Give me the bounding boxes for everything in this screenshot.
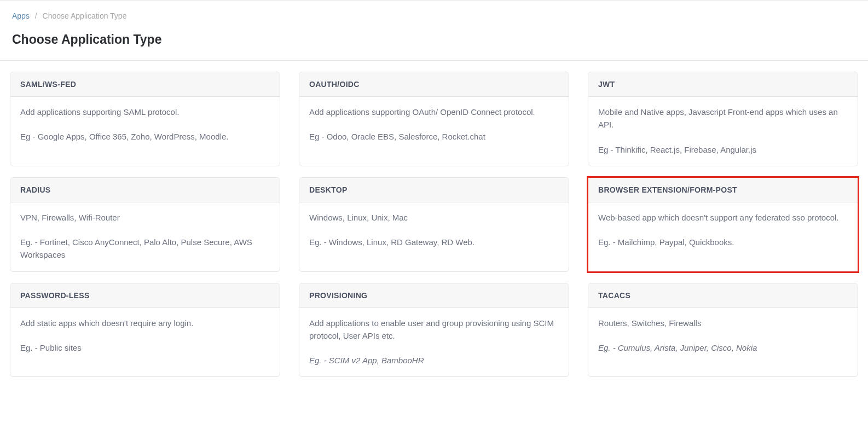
card-desc: Mobile and Native apps, Javascript Front… — [598, 106, 848, 131]
card-provisioning[interactable]: PROVISIONING Add applications to enable … — [299, 283, 569, 378]
card-desc: Add applications to enable user and grou… — [309, 317, 559, 343]
card-header: RADIUS — [10, 178, 280, 202]
card-browser-extension-form-post[interactable]: BROWSER EXTENSION/FORM-POST Web-based ap… — [588, 177, 858, 272]
card-desc: Windows, Linux, Unix, Mac — [309, 211, 559, 224]
breadcrumb-apps-link[interactable]: Apps — [12, 11, 30, 20]
app-type-grid: SAML/WS-FED Add applications supporting … — [0, 61, 868, 382]
card-header: PROVISIONING — [299, 283, 569, 308]
card-desc: Web-based app which doesn't support any … — [598, 211, 848, 224]
card-eg: Eg. - Mailchimp, Paypal, Quickbooks. — [598, 236, 848, 248]
breadcrumb: Apps / Choose Application Type — [0, 0, 868, 26]
card-eg: Eg - Thinkific, React.js, Firebase, Angu… — [598, 143, 848, 156]
card-header: JWT — [588, 72, 858, 97]
card-tacacs[interactable]: TACACS Routers, Switches, Firewalls Eg. … — [588, 283, 858, 378]
card-eg: Eg. - Windows, Linux, RD Gateway, RD Web… — [309, 236, 559, 248]
card-header: BROWSER EXTENSION/FORM-POST — [588, 178, 858, 202]
card-desc: VPN, Firewalls, Wifi-Router — [20, 211, 270, 224]
card-jwt[interactable]: JWT Mobile and Native apps, Javascript F… — [588, 72, 858, 166]
card-eg: Eg - Odoo, Oracle EBS, Salesforce, Rocke… — [309, 130, 559, 143]
card-desc: Add applications supporting SAML protoco… — [20, 106, 270, 118]
page-title: Choose Application Type — [0, 26, 868, 61]
card-header: SAML/WS-FED — [10, 72, 280, 97]
breadcrumb-current: Choose Application Type — [43, 11, 127, 20]
card-desc: Add applications supporting OAuth/ OpenI… — [309, 106, 559, 118]
card-header: PASSWORD-LESS — [10, 283, 280, 308]
card-desc: Routers, Switches, Firewalls — [598, 317, 848, 329]
card-desc: Add static apps which doesn't require an… — [20, 317, 270, 329]
card-desktop[interactable]: DESKTOP Windows, Linux, Unix, Mac Eg. - … — [299, 177, 569, 272]
card-header: TACACS — [588, 283, 858, 308]
card-eg: Eg. - SCIM v2 App, BambooHR — [309, 354, 559, 367]
card-oauth-oidc[interactable]: OAUTH/OIDC Add applications supporting O… — [299, 72, 569, 166]
card-radius[interactable]: RADIUS VPN, Firewalls, Wifi-Router Eg. -… — [10, 177, 280, 272]
card-eg: Eg. - Fortinet, Cisco AnyConnect, Palo A… — [20, 236, 270, 262]
card-saml-wsfed[interactable]: SAML/WS-FED Add applications supporting … — [10, 72, 280, 166]
card-password-less[interactable]: PASSWORD-LESS Add static apps which does… — [10, 283, 280, 378]
card-header: DESKTOP — [299, 178, 569, 202]
card-header: OAUTH/OIDC — [299, 72, 569, 97]
breadcrumb-separator: / — [35, 11, 37, 20]
card-eg: Eg - Google Apps, Office 365, Zoho, Word… — [20, 130, 270, 143]
card-eg: Eg. - Public sites — [20, 341, 270, 354]
card-eg: Eg. - Cumulus, Arista, Juniper, Cisco, N… — [598, 341, 848, 354]
